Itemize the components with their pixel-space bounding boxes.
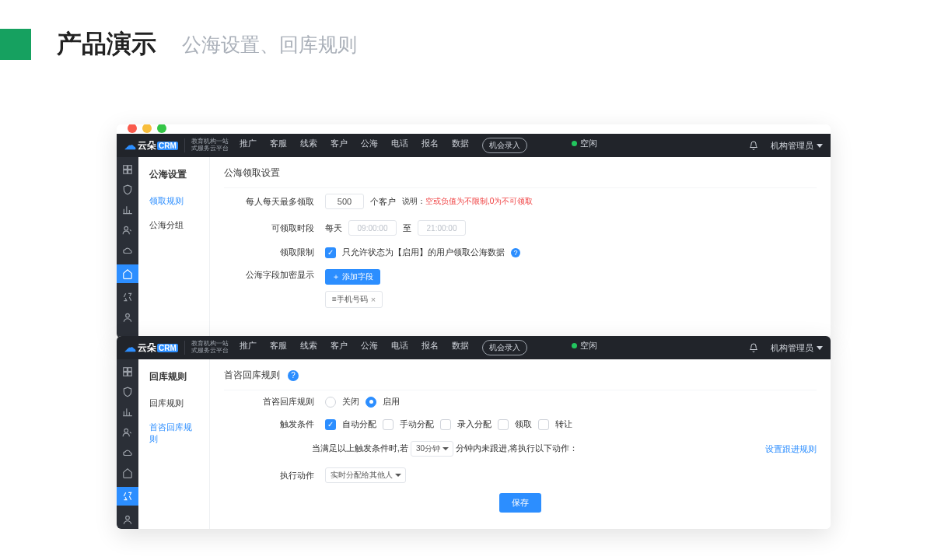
svg-point-5: [126, 313, 130, 317]
sidebar-item-sea-group[interactable]: 公海分组: [138, 213, 209, 237]
chk-manual-assign[interactable]: [383, 419, 394, 430]
logo[interactable]: ☁ 云朵CRM 教育机构一站式服务云平台: [124, 138, 229, 152]
link-set-followup-rule[interactable]: 设置跟进规则: [765, 443, 817, 455]
chip-remove-icon[interactable]: ×: [371, 295, 376, 304]
nav-promo[interactable]: 推广: [240, 340, 257, 355]
radio-off[interactable]: [325, 397, 336, 408]
bell-icon[interactable]: [749, 141, 758, 150]
close-icon[interactable]: [128, 124, 137, 133]
nav-sea[interactable]: 公海: [361, 340, 378, 355]
radio-on[interactable]: [366, 397, 376, 408]
rail-person-icon[interactable]: [121, 311, 134, 324]
chk-auto-assign[interactable]: ✓: [325, 419, 336, 430]
select-timeout[interactable]: 30分钟: [411, 441, 453, 457]
user-role-menu[interactable]: 机构管理员: [771, 140, 823, 152]
nav-data[interactable]: 数据: [452, 138, 469, 153]
nav-status-label: 空闲: [580, 341, 597, 350]
opt-manual-assign: 手动分配: [400, 418, 434, 430]
nav-status[interactable]: 空闲: [572, 340, 597, 355]
select-timeout-value: 30分钟: [416, 443, 440, 454]
svg-rect-3: [128, 170, 132, 174]
rail-recycle-icon[interactable]: [117, 487, 138, 506]
user-role-menu[interactable]: 机构管理员: [771, 342, 823, 354]
opt-transfer: 转让: [555, 418, 572, 430]
window-controls: [117, 124, 831, 134]
nav-leads[interactable]: 线索: [300, 138, 317, 153]
logo-text: 云朵: [138, 139, 156, 152]
nav-phone[interactable]: 电话: [391, 138, 408, 153]
rail-home-icon[interactable]: [121, 467, 134, 479]
rail-cloud-icon[interactable]: [121, 446, 134, 459]
user-role-label: 机构管理员: [771, 140, 813, 152]
nav-customer[interactable]: 客户: [331, 340, 348, 355]
icon-rail: [117, 157, 138, 338]
nav-status[interactable]: 空闲: [572, 138, 597, 153]
nav-sea[interactable]: 公海: [361, 138, 378, 153]
rail-dashboard-icon[interactable]: [121, 366, 134, 378]
sidebar-item-return-rules[interactable]: 回库规则: [138, 391, 209, 415]
checkbox-enabled-only[interactable]: ✓: [325, 247, 336, 258]
nav-promo[interactable]: 推广: [240, 138, 257, 153]
section-title: 公海领取设置: [224, 163, 817, 188]
chip-phone-field: ≡手机号码×: [325, 291, 383, 308]
nav-service[interactable]: 客服: [270, 340, 287, 355]
logo-crm-badge: CRM: [157, 344, 178, 352]
nav-data[interactable]: 数据: [452, 340, 469, 355]
help-icon[interactable]: ?: [511, 248, 520, 257]
nav-menu: 推广 客服 线索 客户 公海 电话 报名 数据 机会录入 空闲: [240, 340, 597, 355]
input-max-claim[interactable]: [325, 194, 364, 209]
rail-cloud-icon[interactable]: [121, 244, 134, 257]
status-dot-icon: [572, 343, 577, 348]
svg-rect-8: [124, 373, 128, 376]
nav-customer[interactable]: 客户: [331, 138, 348, 153]
nav-leads[interactable]: 线索: [300, 340, 317, 355]
add-field-button[interactable]: ＋添加字段: [325, 269, 380, 285]
rail-home-icon[interactable]: [117, 264, 138, 283]
input-time-to[interactable]: [418, 220, 466, 236]
svg-rect-2: [124, 170, 128, 174]
text-enabled-only: 只允许状态为【启用】的用户领取公海数据: [342, 247, 505, 258]
minimize-icon[interactable]: [142, 124, 152, 133]
status-dot-icon: [572, 141, 577, 146]
rail-user-icon[interactable]: [121, 224, 134, 236]
plus-icon: ＋: [332, 271, 340, 282]
nav-opportunity-entry[interactable]: 机会录入: [482, 340, 527, 355]
nav-opportunity-entry[interactable]: 机会录入: [482, 138, 527, 153]
maximize-icon[interactable]: [157, 124, 166, 133]
label-rule-toggle: 首咨回库规则: [224, 396, 325, 408]
select-action[interactable]: 实时分配给其他人: [325, 467, 406, 483]
chk-claim[interactable]: [498, 419, 509, 430]
hint-max-claim: 说明：空或负值为不限制,0为不可领取: [402, 196, 533, 207]
logo[interactable]: ☁ 云朵CRM 教育机构一站式服务云平台: [124, 341, 229, 355]
rail-person-icon[interactable]: [121, 513, 134, 526]
chk-entry-assign[interactable]: [440, 419, 451, 430]
save-button[interactable]: 保存: [499, 493, 541, 513]
text-trigger-condition-pre: 当满足以上触发条件时,若: [312, 443, 408, 453]
help-icon[interactable]: ?: [288, 370, 299, 381]
nav-signup[interactable]: 报名: [422, 340, 439, 355]
nav-status-label: 空闲: [580, 138, 597, 148]
opt-claim: 领取: [515, 418, 532, 430]
rail-chart-icon[interactable]: [121, 204, 134, 216]
rail-recycle-icon[interactable]: [121, 291, 134, 303]
chip-label: ≡手机号码: [332, 294, 368, 305]
rail-shield-icon[interactable]: [121, 386, 134, 398]
input-time-from[interactable]: [348, 220, 397, 236]
accent-block: [0, 29, 31, 60]
svg-rect-7: [128, 368, 132, 372]
nav-signup[interactable]: 报名: [422, 138, 439, 153]
sidebar-item-claim-rules[interactable]: 领取规则: [138, 189, 209, 213]
bell-icon[interactable]: [749, 343, 758, 352]
label-daily: 每天: [325, 222, 342, 234]
rail-user-icon[interactable]: [121, 426, 134, 439]
sidebar-item-first-consult-return[interactable]: 首咨回库规则: [138, 415, 209, 451]
rail-shield-icon[interactable]: [121, 184, 134, 196]
rail-chart-icon[interactable]: [121, 406, 134, 418]
nav-phone[interactable]: 电话: [391, 340, 408, 355]
rail-dashboard-icon[interactable]: [121, 163, 134, 176]
chevron-down-icon: [817, 346, 823, 350]
chk-transfer[interactable]: [538, 419, 549, 430]
add-field-label: 添加字段: [342, 271, 373, 282]
nav-service[interactable]: 客服: [270, 138, 287, 153]
select-action-value: 实时分配给其他人: [331, 470, 393, 481]
